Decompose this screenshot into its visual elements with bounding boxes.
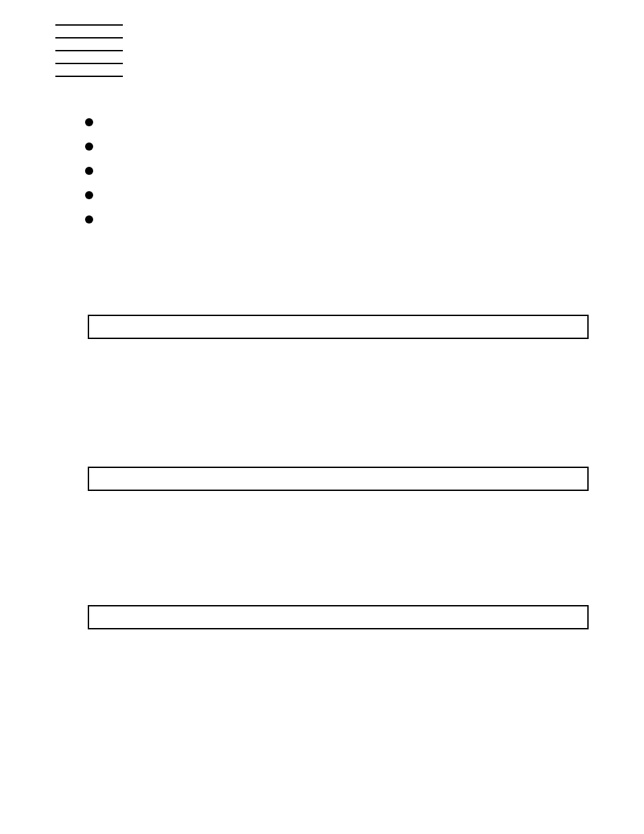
empty-box-1	[88, 315, 589, 339]
bullet-marker	[85, 142, 93, 151]
horizontal-rule	[55, 63, 123, 64]
bullet-marker	[85, 191, 93, 199]
bullet-marker	[85, 167, 93, 175]
empty-box-2	[88, 467, 589, 491]
horizontal-rule	[55, 76, 123, 77]
bullet-list	[85, 118, 93, 224]
empty-box-3	[88, 605, 589, 629]
horizontal-rules-group	[55, 24, 123, 77]
bullet-marker	[85, 118, 93, 126]
horizontal-rule	[55, 24, 123, 26]
document-page	[0, 0, 644, 834]
horizontal-rule	[55, 37, 123, 38]
bullet-marker	[85, 215, 93, 224]
horizontal-rule	[55, 50, 123, 51]
